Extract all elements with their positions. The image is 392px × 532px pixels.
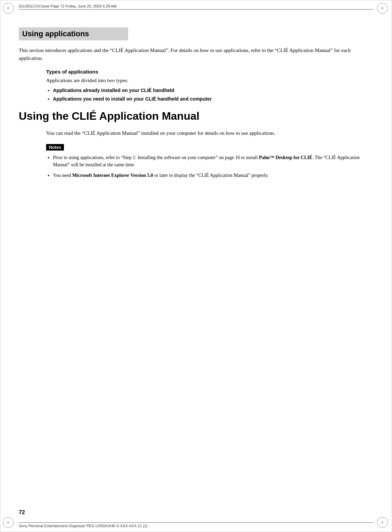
section1: Using applications This section introduc… — [19, 27, 373, 103]
notes-block: Notes Prior to using applications, refer… — [46, 144, 373, 179]
subsection-intro: Applications are divided into two types: — [46, 77, 373, 85]
bullet-item-1: Applications already installed on your C… — [53, 87, 373, 94]
notes-item-2-bold: Microsoft Internet Explorer Version 5.0 — [72, 173, 153, 178]
notes-item-1-bold: Palm™ Desktop for CLIÉ — [259, 155, 312, 160]
corner-mark-bottom-left — [3, 517, 15, 529]
notes-item-1-text: Prior to using applications, refer to “S… — [53, 155, 360, 167]
section1-intro: This section introduces applications and… — [19, 47, 373, 62]
page-number: 72 — [19, 509, 25, 516]
notes-item-2: You need Microsoft Internet Explorer Ver… — [53, 172, 373, 179]
corner-mark-top-left — [3, 3, 15, 15]
section2-body-area: You can read the “CLIÉ Application Manua… — [46, 129, 373, 179]
notes-list: Prior to using applications, refer to “S… — [53, 154, 373, 179]
bullet-list: Applications already installed on your C… — [53, 87, 373, 103]
corner-mark-bottom-right — [377, 517, 389, 529]
section2: Using the CLIÉ Application Manual You c… — [19, 109, 373, 179]
chapter-heading: Using the CLIÉ Application Manual — [19, 109, 373, 122]
section2-body: You can read the “CLIÉ Application Manua… — [46, 129, 373, 137]
page-footer: Sony Personal Entertainment Organizer PE… — [19, 522, 373, 528]
page-header: 01US01COV.book Page 72 Friday, June 20, … — [19, 4, 373, 10]
notes-item-2-text: You need Microsoft Internet Explorer Ver… — [53, 173, 269, 178]
page-content: Using applications This section introduc… — [19, 27, 373, 505]
bullet-item-2: Applications you need to install on your… — [53, 96, 373, 103]
footer-product: Sony Personal Entertainment Organizer PE… — [19, 524, 148, 528]
section1-heading-box: Using applications — [19, 27, 128, 40]
notes-badge: Notes — [46, 144, 64, 151]
notes-item-1: Prior to using applications, refer to “S… — [53, 154, 373, 168]
subsection-heading: Types of applications — [46, 69, 373, 75]
header-file-info: 01US01COV.book Page 72 Friday, June 20, … — [19, 4, 117, 8]
corner-mark-top-right — [377, 3, 389, 15]
section1-heading: Using applications — [22, 29, 125, 38]
